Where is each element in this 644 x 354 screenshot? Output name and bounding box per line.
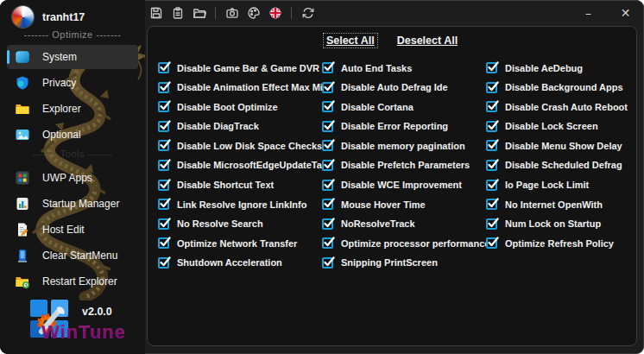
sidebar-item-uwp-apps[interactable]: UWP Apps: [7, 166, 138, 190]
checkbox-item[interactable]: Snipping PrintScreen: [322, 257, 486, 269]
checkbox[interactable]: [486, 101, 497, 112]
open-folder-button[interactable]: [188, 3, 210, 23]
sidebar-item-privacy[interactable]: Privacy: [7, 71, 138, 95]
checkbox[interactable]: [158, 180, 169, 191]
checkbox[interactable]: [486, 82, 497, 93]
checkbox[interactable]: [486, 62, 497, 73]
checkbox-item[interactable]: Disable Animation Effect Max Min: [158, 82, 322, 93]
checkbox[interactable]: [486, 160, 497, 171]
checkbox[interactable]: [158, 160, 169, 171]
checkbox-item[interactable]: Disable Game Bar & Game DVR: [158, 62, 322, 73]
sidebar-item-label: Optional: [42, 129, 81, 141]
sidebar-item-system[interactable]: System: [7, 45, 138, 69]
checkbox[interactable]: [322, 140, 333, 151]
checkbox-item[interactable]: Num Lock on Startup: [486, 218, 644, 230]
checkbox[interactable]: [486, 199, 497, 210]
checkbox-item[interactable]: Disable DiagTrack: [158, 121, 322, 132]
checkbox-column-1: Disable Game Bar & Game DVRDisable Anima…: [158, 62, 322, 277]
refresh-button[interactable]: [297, 3, 319, 23]
checkbox-item[interactable]: Disable Boot Optimize: [158, 101, 322, 112]
checkbox[interactable]: [322, 218, 333, 230]
checkbox[interactable]: [158, 101, 169, 112]
checkbox-item[interactable]: Shutdown Acceleration: [158, 257, 322, 269]
sidebar-item-restart-explorer[interactable]: Restart Explorer: [7, 269, 138, 294]
optimize-divider: ------- Optimize -------: [0, 29, 145, 40]
checkbox-item[interactable]: Disable Shortcut Text: [158, 180, 322, 191]
checkbox-item[interactable]: Optimize processor performance: [322, 237, 486, 249]
checkbox-item[interactable]: Disable WCE Improvement: [322, 180, 486, 191]
checkbox-label: Disable Lock Screen: [505, 121, 598, 131]
checkbox[interactable]: [486, 237, 497, 249]
checkbox[interactable]: [322, 101, 333, 112]
checkbox-columns: Disable Game Bar & Game DVRDisable Anima…: [158, 62, 644, 277]
checkbox[interactable]: [486, 218, 497, 230]
checkbox-item[interactable]: Mouse Hover Time: [322, 199, 486, 210]
checkbox[interactable]: [158, 62, 169, 73]
checkbox[interactable]: [158, 218, 169, 230]
toolbar: [145, 0, 319, 26]
select-all-button[interactable]: Select All: [323, 33, 378, 48]
language-button[interactable]: [264, 3, 286, 23]
checkbox-item[interactable]: No Resolve Search: [158, 218, 322, 230]
sidebar-item-host-edit[interactable]: Host Edit: [7, 218, 138, 242]
checkbox-item[interactable]: Optimize Refresh Policy: [486, 237, 644, 249]
checkbox-item[interactable]: Disable Scheduled Defrag: [486, 160, 644, 171]
close-button[interactable]: ✕: [607, 0, 644, 26]
checkbox[interactable]: [486, 121, 497, 132]
checkbox[interactable]: [322, 180, 333, 191]
checkbox[interactable]: [486, 140, 497, 151]
checkbox[interactable]: [322, 257, 333, 269]
checkbox[interactable]: [158, 199, 169, 210]
backup-button[interactable]: [167, 3, 188, 23]
checkbox-item[interactable]: Auto End Tasks: [322, 62, 486, 73]
user-row[interactable]: tranht17: [12, 6, 85, 28]
checkbox-item[interactable]: Disable Cortana: [322, 101, 486, 112]
checkbox-label: Disable Cortana: [341, 102, 414, 112]
checkbox-item[interactable]: Disable MicrosoftEdgeUpdateTask: [158, 160, 322, 171]
checkbox-item[interactable]: Disable Lock Screen: [486, 121, 644, 132]
checkbox-item[interactable]: Io Page Lock Limit: [486, 180, 644, 191]
checkbox[interactable]: [322, 199, 333, 210]
checkbox-item[interactable]: Disable Error Reporting: [322, 121, 486, 132]
checkbox-label: Disable Shortcut Text: [177, 180, 274, 190]
checkbox-item[interactable]: No Internet OpenWith: [486, 199, 644, 210]
screenshot-button[interactable]: [221, 3, 243, 23]
checkbox-item[interactable]: Disable Prefetch Parameters: [322, 160, 486, 171]
checkbox[interactable]: [322, 237, 333, 249]
tweaks-panel: Select All Deselect All Disable Game Bar…: [147, 26, 637, 346]
deselect-all-button[interactable]: Deselect All: [394, 33, 461, 48]
checkbox-item[interactable]: NoResolveTrack: [322, 218, 486, 230]
checkbox-item[interactable]: Disable Menu Show Delay: [486, 140, 644, 151]
checkbox-label: Disable memory pagination: [341, 141, 465, 151]
save-button[interactable]: [145, 3, 167, 23]
checkbox[interactable]: [158, 257, 169, 269]
checkbox-item[interactable]: Disable Auto Defrag Ide: [322, 82, 486, 93]
checkbox[interactable]: [158, 82, 169, 93]
panel-header: Select All Deselect All: [148, 33, 636, 48]
checkbox[interactable]: [322, 160, 333, 171]
minimize-button[interactable]: –: [570, 0, 607, 26]
titlebar: – ✕: [145, 0, 644, 26]
sidebar-item-startup-manager[interactable]: Startup Manager: [7, 192, 138, 216]
checkbox[interactable]: [322, 121, 333, 132]
theme-button[interactable]: [243, 3, 264, 23]
checkbox-item[interactable]: Disable AeDebug: [486, 62, 644, 73]
checkbox-item[interactable]: Disable Crash Auto Reboot: [486, 101, 644, 112]
refresh-icon: [301, 6, 315, 20]
checkbox-item[interactable]: Optimize Network Transfer: [158, 237, 322, 249]
sidebar-item-explorer[interactable]: Explorer: [7, 97, 138, 121]
checkbox-item[interactable]: Disable memory pagination: [322, 140, 486, 151]
checkbox[interactable]: [486, 180, 497, 191]
checkbox-label: Io Page Lock Limit: [505, 180, 589, 190]
checkbox[interactable]: [322, 62, 333, 73]
checkbox[interactable]: [158, 140, 169, 151]
checkbox-item[interactable]: Disable Background Apps: [486, 82, 644, 93]
sidebar-item-clear-startmenu[interactable]: Clear StartMenu: [7, 243, 138, 268]
checkbox-label: No Resolve Search: [177, 218, 263, 229]
checkbox-item[interactable]: Link Resolve Ignore LinkInfo: [158, 199, 322, 210]
checkbox[interactable]: [322, 82, 333, 93]
checkbox[interactable]: [158, 237, 169, 249]
checkbox-item[interactable]: Disable Low Disk Space Checks: [158, 140, 322, 151]
checkbox[interactable]: [158, 121, 169, 132]
sidebar-item-optional[interactable]: Optional: [7, 123, 138, 147]
